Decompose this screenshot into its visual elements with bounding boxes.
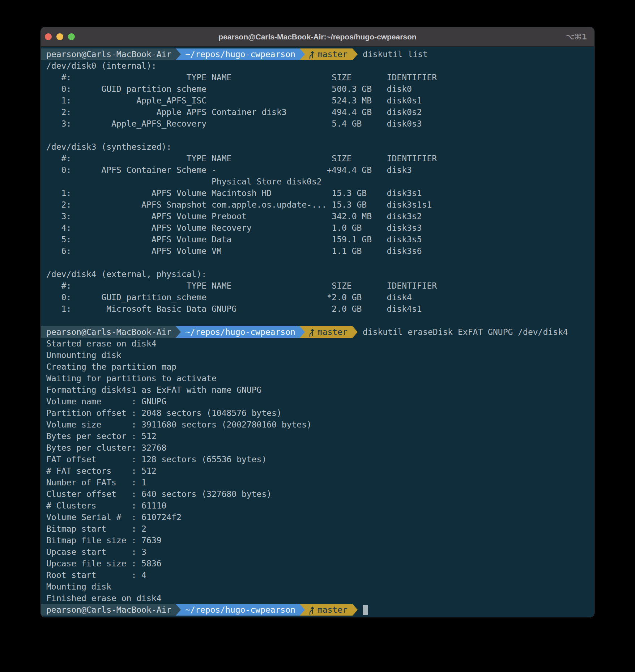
terminal-output-line: Upcase file size : 5836	[41, 558, 594, 569]
terminal-output-line: 2: Apple_APFS Container disk3 494.4 GB d…	[41, 106, 594, 118]
prompt-git-segment: master	[305, 604, 353, 616]
powerline-arrow-icon	[176, 604, 181, 616]
prompt-git-segment: master	[305, 48, 353, 60]
terminal-output-line: Bitmap file size : 7639	[41, 535, 594, 546]
terminal-output-line: 0: GUID_partition_scheme 500.3 GB disk0	[41, 83, 594, 95]
powerline-arrow-icon	[300, 48, 305, 60]
terminal-output-line: 5: APFS Volume Data 159.1 GB disk3s5	[41, 234, 594, 245]
terminal-output-line: Mounting disk	[41, 581, 594, 592]
terminal-output-line: /dev/disk4 (external, physical):	[41, 268, 594, 280]
terminal-output-line: Cluster offset : 640 sectors (327680 byt…	[41, 488, 594, 500]
terminal-output-line: Upcase start : 3	[41, 546, 594, 558]
terminal-output-line: # FAT sectors : 512	[41, 465, 594, 477]
zoom-button[interactable]	[68, 33, 75, 40]
diskutil-list-output: /dev/disk0 (internal): #: TYPE NAME SIZE…	[41, 60, 594, 326]
terminal-output-line: Volume name : GNUPG	[41, 396, 594, 407]
prompt-user-host-segment: pearson@Carls-MacBook-Air	[41, 48, 176, 60]
terminal-output-line	[41, 257, 594, 268]
command-text: diskutil list	[363, 48, 428, 60]
terminal-output-line: Bytes per sector : 512	[41, 430, 594, 442]
git-branch-icon	[308, 327, 315, 337]
powerline-arrow-icon	[300, 326, 305, 338]
prompt-directory-segment: ~/repos/hugo-cwpearson	[181, 604, 300, 616]
terminal-output-line: /dev/disk3 (synthesized):	[41, 141, 594, 153]
terminal-output-line: 1: APFS Volume Macintosh HD 15.3 GB disk…	[41, 187, 594, 199]
terminal-output-line: Partition offset : 2048 sectors (1048576…	[41, 407, 594, 419]
terminal-output-line: # Clusters : 61110	[41, 500, 594, 511]
git-branch-label: master	[318, 48, 348, 60]
terminal-output-line: 0: APFS Container Scheme - +494.4 GB dis…	[41, 164, 594, 176]
keyboard-shortcut-badge: ⌥⌘1	[566, 33, 587, 41]
prompt-line: pearson@Carls-MacBook-Air ~/repos/hugo-c…	[41, 604, 594, 616]
terminal-output-line: Volume Serial # : 610724f2	[41, 511, 594, 523]
minimize-button[interactable]	[56, 33, 63, 40]
prompt-directory-segment: ~/repos/hugo-cwpearson	[181, 48, 300, 60]
terminal-cursor	[363, 605, 368, 615]
git-branch-icon	[308, 605, 315, 615]
terminal-output-line: Creating the partition map	[41, 361, 594, 373]
app-window: pearson@Carls-MacBook-Air:~/repos/hugo-c…	[41, 27, 594, 617]
prompt-git-segment: master	[305, 326, 353, 338]
terminal-output-line	[41, 315, 594, 326]
terminal-output-line: /dev/disk0 (internal):	[41, 60, 594, 72]
terminal-output-line: #: TYPE NAME SIZE IDENTIFIER	[41, 72, 594, 83]
powerline-arrow-icon	[353, 326, 358, 338]
powerline-arrow-icon	[353, 604, 358, 616]
terminal-output-line: Physical Store disk0s2	[41, 176, 594, 187]
terminal-output-line: Bytes per cluster: 32768	[41, 442, 594, 454]
terminal-output-line: Volume size : 3911680 sectors (200278016…	[41, 419, 594, 430]
close-button[interactable]	[45, 33, 52, 40]
terminal-output-line: 3: APFS Volume Preboot 342.0 MB disk3s2	[41, 210, 594, 222]
git-branch-label: master	[318, 326, 348, 338]
terminal-output-line: Bitmap start : 2	[41, 523, 594, 535]
terminal[interactable]: pearson@Carls-MacBook-Air ~/repos/hugo-c…	[41, 47, 594, 617]
window-title: pearson@Carls-MacBook-Air:~/repos/hugo-c…	[41, 33, 594, 41]
terminal-output-line: Unmounting disk	[41, 349, 594, 361]
terminal-output-line: Formatting disk4s1 as ExFAT with name GN…	[41, 384, 594, 396]
git-branch-icon	[308, 50, 315, 59]
terminal-output-line: 3: Apple_APFS_Recovery 5.4 GB disk0s3	[41, 118, 594, 129]
terminal-output-line: 6: APFS Volume VM 1.1 GB disk3s6	[41, 245, 594, 257]
terminal-output-line: #: TYPE NAME SIZE IDENTIFIER	[41, 153, 594, 164]
terminal-output-line: 4: APFS Volume Recovery 1.0 GB disk3s3	[41, 222, 594, 234]
terminal-output-line: 1: Microsoft Basic Data GNUPG 2.0 GB dis…	[41, 303, 594, 315]
terminal-output-line: 1: Apple_APFS_ISC 524.3 MB disk0s1	[41, 95, 594, 106]
terminal-output-line: 0: GUID_partition_scheme *2.0 GB disk4	[41, 292, 594, 303]
prompt-user-host-segment: pearson@Carls-MacBook-Air	[41, 326, 176, 338]
terminal-output-line: Started erase on disk4	[41, 338, 594, 349]
powerline-arrow-icon	[176, 48, 181, 60]
prompt-line: pearson@Carls-MacBook-Air ~/repos/hugo-c…	[41, 326, 594, 338]
terminal-output-line: Number of FATs : 1	[41, 477, 594, 488]
terminal-output-line: Waiting for partitions to activate	[41, 373, 594, 384]
erase-disk-output: Started erase on disk4Unmounting diskCre…	[41, 338, 594, 604]
powerline-arrow-icon	[353, 48, 358, 60]
titlebar[interactable]: pearson@Carls-MacBook-Air:~/repos/hugo-c…	[41, 27, 594, 47]
powerline-arrow-icon	[176, 326, 181, 338]
terminal-output-line	[41, 129, 594, 141]
git-branch-label: master	[318, 604, 348, 616]
prompt-directory-segment: ~/repos/hugo-cwpearson	[181, 326, 300, 338]
terminal-output-line: Root start : 4	[41, 569, 594, 581]
terminal-output-line: Finished erase on disk4	[41, 592, 594, 604]
prompt-user-host-segment: pearson@Carls-MacBook-Air	[41, 604, 176, 616]
terminal-output-line: 2: APFS Snapshot com.apple.os.update-...…	[41, 199, 594, 210]
prompt-line: pearson@Carls-MacBook-Air ~/repos/hugo-c…	[41, 48, 594, 60]
powerline-arrow-icon	[300, 604, 305, 616]
traffic-lights	[45, 33, 75, 40]
terminal-output-line: FAT offset : 128 sectors (65536 bytes)	[41, 454, 594, 465]
terminal-output-line: #: TYPE NAME SIZE IDENTIFIER	[41, 280, 594, 292]
command-text: diskutil eraseDisk ExFAT GNUPG /dev/disk…	[363, 326, 568, 338]
